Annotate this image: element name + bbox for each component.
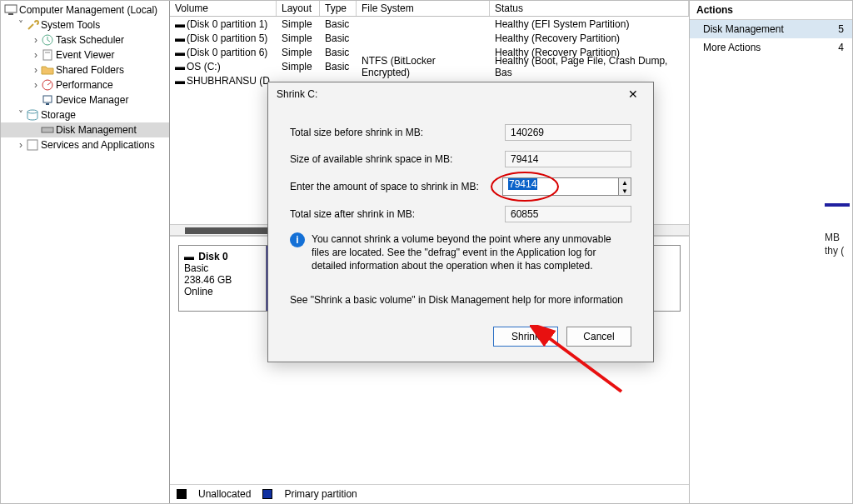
chevron-right-icon[interactable]: › [31,34,41,46]
th-type[interactable]: Type [320,1,357,16]
storage-icon [26,108,39,122]
disk-type: Basic [184,262,208,274]
device-icon [41,93,54,107]
tree-label: Storage [41,109,76,121]
action-label: Disk Management [703,23,784,35]
folder-icon [41,63,54,77]
tree-label: Disk Management [56,124,137,136]
chevron-right-icon[interactable]: › [31,64,41,76]
computer-icon [4,3,17,17]
svg-rect-0 [5,5,17,12]
legend-label: Unallocated [198,488,251,500]
shrink-dialog: Shrink C: ✕ Total size before shrink in … [267,82,654,362]
svg-rect-10 [27,140,37,150]
disk-name: Disk 0 [198,251,227,262]
spin-down-icon[interactable]: ▼ [619,187,631,195]
label-total-before: Total size before shrink in MB: [290,127,505,138]
svg-rect-3 [43,50,52,60]
svg-rect-6 [43,96,52,102]
tools-icon [26,18,39,32]
field-total-before: 140269 [505,124,631,141]
info-text: You cannot shrink a volume beyond the po… [312,232,631,273]
field-total-after: 60855 [505,206,631,222]
tree-label: Task Scheduler [56,34,124,46]
tree-system-tools[interactable]: ˅ System Tools [1,17,169,32]
field-available: 79414 [505,151,631,167]
svg-rect-1 [8,13,13,15]
tree-device-manager[interactable]: › Device Manager [1,92,169,107]
tree-label: System Tools [41,19,100,31]
help-text: See "Shrink a basic volume" in Disk Mana… [290,294,623,306]
tree-root[interactable]: Computer Management (Local) [1,2,169,17]
spinner-buttons[interactable]: ▲▼ [619,177,631,196]
svg-point-8 [27,110,37,113]
shrink-amount-input[interactable]: 79414 [502,177,619,196]
cancel-button[interactable]: Cancel [566,327,631,347]
volume-table-header: Volume Layout Type File System Status [170,1,689,17]
tree-services-apps[interactable]: › Services and Applications [1,137,169,152]
label-enter-amount: Enter the amount of space to shrink in M… [290,181,502,192]
tree-label: Device Manager [56,94,128,106]
legend-label: Primary partition [284,488,357,500]
table-row[interactable]: ▬(Disk 0 partition 1)SimpleBasicHealthy … [170,17,689,31]
shrink-button[interactable]: Shrink [493,327,558,347]
action-more[interactable]: More Actions 4 [690,38,852,57]
info-icon: i [290,232,305,247]
close-button[interactable]: ✕ [621,87,645,101]
nav-tree: Computer Management (Local) ˅ System Too… [1,1,170,503]
tree-label: Shared Folders [56,64,124,76]
th-layout[interactable]: Layout [277,1,320,16]
dialog-title: Shrink C: [277,88,317,100]
svg-rect-7 [46,103,49,105]
disk-icon [41,123,54,137]
disk-header[interactable]: ▬ Disk 0 Basic 238.46 GB Online [179,246,267,311]
tree-event-viewer[interactable]: › Event Viewer [1,47,169,62]
disk-size: 238.46 GB [184,274,232,286]
action-label: More Actions [703,42,761,53]
legend: Unallocated Primary partition [170,484,689,503]
volume-table-body: ▬(Disk 0 partition 1)SimpleBasicHealthy … [170,17,689,87]
th-volume[interactable]: Volume [170,1,277,16]
clock-icon [41,33,54,47]
services-icon [26,138,39,152]
table-row[interactable]: ▬OS (C:)SimpleBasicNTFS (BitLocker Encry… [170,59,689,73]
partition-peek: MB thy ( [825,203,850,257]
tree-disk-management[interactable]: › Disk Management [1,122,169,137]
label-available: Size of available shrink space in MB: [290,153,505,165]
actions-title: Actions [690,1,852,20]
action-badge: 4 [838,42,844,53]
spin-up-icon[interactable]: ▲ [619,178,631,187]
chevron-right-icon[interactable]: › [16,139,26,151]
tree-performance[interactable]: › Performance [1,77,169,92]
svg-rect-9 [42,127,53,132]
tree-storage[interactable]: ˅ Storage [1,107,169,122]
action-disk-management[interactable]: Disk Management 5 [690,20,852,38]
action-badge: 5 [838,23,844,35]
volume-icon: ▬ [175,75,187,87]
tree-task-scheduler[interactable]: › Task Scheduler [1,32,169,47]
chevron-down-icon[interactable]: ˅ [16,109,26,121]
legend-swatch-primary [262,489,272,499]
th-status[interactable]: Status [490,1,689,16]
disk-status: Online [184,286,213,297]
tree-shared-folders[interactable]: › Shared Folders [1,62,169,77]
tree-label: Event Viewer [56,49,114,61]
chevron-right-icon[interactable]: › [31,49,41,61]
volume-icon: ▬ [175,18,187,30]
chevron-right-icon[interactable]: › [31,79,41,91]
volume-icon: ▬ [175,61,187,72]
legend-swatch-unallocated [177,489,187,499]
volume-icon: ▬ [175,32,187,44]
chevron-down-icon[interactable]: ˅ [16,19,26,31]
th-filesystem[interactable]: File System [357,1,490,16]
tree-root-label: Computer Management (Local) [19,4,157,16]
table-row[interactable]: ▬(Disk 0 partition 5)SimpleBasicHealthy … [170,31,689,45]
book-icon [41,48,54,62]
tree-label: Performance [56,79,113,91]
disk-icon: ▬ [184,251,196,262]
gauge-icon [41,78,54,92]
volume-icon: ▬ [175,47,187,58]
label-total-after: Total size after shrink in MB: [290,208,505,220]
tree-label: Services and Applications [41,139,155,151]
